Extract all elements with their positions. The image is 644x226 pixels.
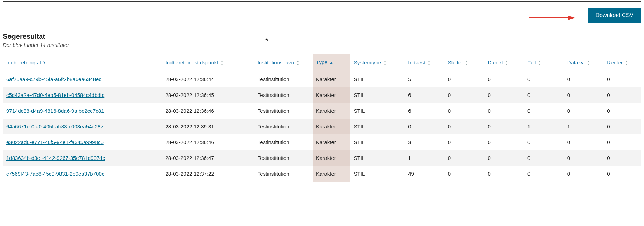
sort-icon — [625, 61, 628, 65]
cell-indlaest: 1 — [405, 150, 444, 166]
cell-slettet: 0 — [444, 71, 484, 87]
sort-icon — [296, 61, 300, 65]
cell-systemtype: STIL — [350, 166, 405, 182]
svg-marker-17 — [587, 61, 590, 62]
svg-marker-5 — [296, 64, 299, 65]
col-header-label: Slettet — [448, 59, 463, 65]
col-header-label: Type — [316, 59, 328, 65]
svg-marker-13 — [505, 61, 508, 62]
cell-datakv: 0 — [564, 150, 604, 166]
cell-indlaest: 6 — [405, 103, 444, 119]
col-header-fejl[interactable]: Fejl — [524, 54, 564, 71]
table-row: c5d43a2a-47d0-4eb5-81eb-04584c4dbdfc28-0… — [3, 87, 641, 103]
cell-type: Karakter — [313, 87, 350, 103]
table-row: c7569f43-7ae8-45c9-9831-2b9ea37b700c28-0… — [3, 166, 641, 182]
cell-dublet: 0 — [484, 119, 524, 134]
sort-icon — [538, 61, 541, 65]
col-header-indlaest[interactable]: Indlæst — [405, 54, 444, 71]
svg-marker-3 — [220, 64, 223, 65]
cell-fejl: 1 — [524, 119, 564, 134]
sort-icon — [427, 61, 431, 65]
cell-type: Karakter — [313, 119, 350, 134]
cell-timestamp: 28-03-2022 12:36:46 — [162, 134, 254, 150]
col-header-label: Regler — [607, 59, 622, 65]
cell-indlaest: 49 — [405, 166, 444, 182]
cell-timestamp: 28-03-2022 12:36:44 — [162, 71, 254, 87]
cell-dublet: 0 — [484, 71, 524, 87]
col-header-datakv[interactable]: Datakv. — [564, 54, 604, 71]
cell-regler: 0 — [603, 87, 641, 103]
cell-timestamp: 28-03-2022 12:37:22 — [162, 166, 254, 182]
cell-institution: Testinstitution — [254, 134, 313, 150]
cell-fejl: 0 — [524, 166, 564, 182]
col-header-label: Datakv. — [567, 59, 585, 65]
report-id-link[interactable]: 1d83634b-d3ef-4142-9267-35e781d907dc — [6, 155, 105, 161]
cell-timestamp: 28-03-2022 12:36:46 — [162, 103, 254, 119]
col-header-institution[interactable]: Institutionsnavn — [254, 54, 313, 71]
report-id-link[interactable]: c7569f43-7ae8-45c9-9831-2b9ea37b700c — [6, 171, 104, 177]
divider — [3, 1, 641, 2]
svg-marker-9 — [428, 61, 430, 62]
cell-dublet: 0 — [484, 150, 524, 166]
col-header-dublet[interactable]: Dublet — [484, 54, 524, 71]
col-header-label: Fejl — [527, 59, 536, 65]
cell-indlaest: 3 — [405, 134, 444, 150]
cell-systemtype: STIL — [350, 71, 405, 87]
annotation-arrow — [529, 14, 575, 21]
report-id-link[interactable]: 9714dc88-d4a9-4816-8da6-9afbe2cc7c81 — [6, 108, 104, 114]
cell-type: Karakter — [313, 150, 350, 166]
cell-institution: Testinstitution — [254, 103, 313, 119]
cell-systemtype: STIL — [350, 119, 405, 134]
cell-dublet: 0 — [484, 87, 524, 103]
svg-marker-4 — [296, 61, 299, 62]
cell-systemtype: STIL — [350, 103, 405, 119]
cell-regler: 0 — [603, 150, 641, 166]
download-csv-button[interactable]: Download CSV — [588, 8, 642, 23]
table-row: e3022ad6-e771-46f5-94e1-fa345a9998c028-0… — [3, 134, 641, 150]
cell-datakv: 0 — [564, 103, 604, 119]
cell-dublet: 0 — [484, 166, 524, 182]
report-id-link[interactable]: 64a6671e-0fa0-405f-ab83-c003ea54d287 — [6, 123, 104, 129]
svg-marker-6 — [330, 62, 333, 64]
cell-slettet: 0 — [444, 87, 484, 103]
svg-marker-15 — [538, 61, 541, 62]
svg-marker-18 — [587, 64, 590, 65]
cell-datakv: 0 — [564, 87, 604, 103]
report-id-link[interactable]: e3022ad6-e771-46f5-94e1-fa345a9998c0 — [6, 139, 104, 145]
svg-marker-19 — [625, 61, 628, 62]
col-header-id[interactable]: Indberetnings-ID — [3, 54, 162, 71]
cell-regler: 0 — [603, 166, 641, 182]
cell-dublet: 0 — [484, 134, 524, 150]
svg-marker-2 — [220, 61, 223, 62]
col-header-type[interactable]: Type — [313, 54, 350, 71]
cell-type: Karakter — [313, 71, 350, 87]
cell-fejl: 0 — [524, 150, 564, 166]
cell-type: Karakter — [313, 134, 350, 150]
report-id-link[interactable]: c5d43a2a-47d0-4eb5-81eb-04584c4dbdfc — [6, 92, 104, 98]
svg-marker-12 — [465, 64, 468, 65]
sort-icon — [220, 61, 224, 65]
results-heading: Søgeresultat — [3, 33, 641, 41]
col-header-label: Dublet — [488, 59, 503, 65]
cell-slettet: 0 — [444, 119, 484, 134]
svg-marker-7 — [384, 61, 386, 62]
col-header-systemtype[interactable]: Systemtype — [350, 54, 405, 71]
cell-regler: 0 — [603, 103, 641, 119]
cell-institution: Testinstitution — [254, 71, 313, 87]
col-header-label: Indberetnings-ID — [6, 59, 45, 65]
cell-systemtype: STIL — [350, 134, 405, 150]
cell-indlaest: 0 — [405, 119, 444, 134]
cell-slettet: 0 — [444, 134, 484, 150]
cell-fejl: 0 — [524, 134, 564, 150]
cell-slettet: 0 — [444, 150, 484, 166]
col-header-slettet[interactable]: Slettet — [444, 54, 484, 71]
table-row: 9714dc88-d4a9-4816-8da6-9afbe2cc7c8128-0… — [3, 103, 641, 119]
report-id-link[interactable]: 6af25aa9-c79b-45fa-a6fc-b8a6ea6348ec — [6, 76, 102, 82]
cell-type: Karakter — [313, 103, 350, 119]
col-header-timestamp[interactable]: Indberetningstidspunkt — [162, 54, 254, 71]
cell-institution: Testinstitution — [254, 150, 313, 166]
cell-institution: Testinstitution — [254, 166, 313, 182]
cell-datakv: 0 — [564, 71, 604, 87]
col-header-regler[interactable]: Regler — [603, 54, 641, 71]
cell-dublet: 0 — [484, 103, 524, 119]
